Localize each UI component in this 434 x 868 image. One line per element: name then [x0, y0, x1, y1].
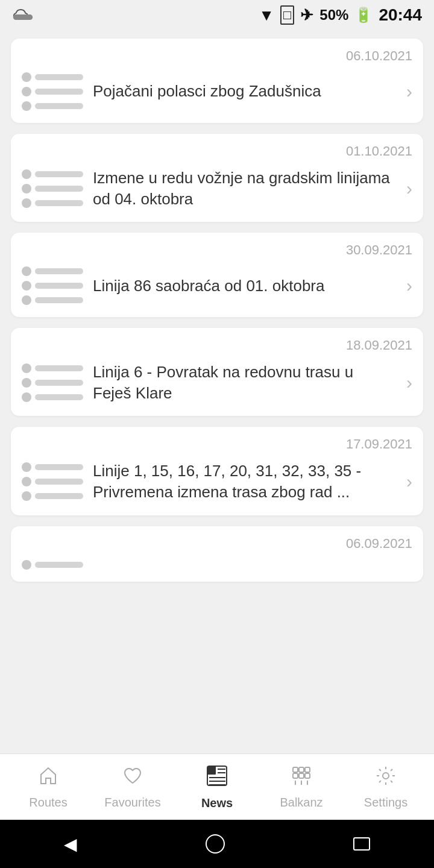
chevron-icon-5: › [401, 471, 412, 492]
settings-label: Settings [364, 796, 407, 810]
card-body-5: Linije 1, 15, 16, 17, 20, 31, 32, 33, 35… [22, 461, 412, 503]
android-nav: ◀ [0, 820, 434, 868]
status-time: 20:44 [379, 5, 422, 25]
card-body-6 [22, 560, 412, 570]
favourites-label: Favourites [104, 796, 160, 810]
news-card-3[interactable]: 30.09.2021 Linija 86 saobraća od 01. okt… [11, 233, 423, 317]
card-icon-6 [22, 560, 83, 570]
news-title-4: Linija 6 - Povratak na redovnu trasu u F… [93, 362, 392, 404]
card-icon-2 [22, 169, 83, 208]
card-icon-3 [22, 266, 83, 305]
card-icon-4 [22, 363, 83, 402]
news-icon [206, 764, 228, 793]
chevron-icon-3: › [401, 275, 412, 296]
news-content: 06.10.2021 Pojačani polasci zbog Zadušni… [0, 30, 434, 753]
cloud-icon [12, 7, 34, 24]
card-body-3: Linija 86 saobraća od 01. oktobra › [22, 266, 412, 305]
news-date-6: 06.09.2021 [22, 536, 412, 552]
news-card-1[interactable]: 06.10.2021 Pojačani polasci zbog Zadušni… [11, 39, 423, 123]
news-card-4[interactable]: 18.09.2021 Linija 6 - Povratak na redovn… [11, 328, 423, 416]
routes-label: Routes [29, 796, 67, 810]
balkanz-icon [291, 765, 312, 792]
news-card-5[interactable]: 17.09.2021 Linije 1, 15, 16, 17, 20, 31,… [11, 427, 423, 515]
balkanz-label: Balkanz [280, 796, 322, 810]
bottom-nav: Routes Favourites News [0, 753, 434, 820]
card-body-4: Linija 6 - Povratak na redovnu trasu u F… [22, 362, 412, 404]
sim-icon: □ [280, 5, 294, 25]
status-right: ▼ □ ✈ 50% 🔋 20:44 [259, 5, 422, 25]
card-icon-5 [22, 462, 83, 501]
card-body-1: Pojačani polasci zbog Zadušnica › [22, 72, 412, 111]
battery-text: 50% [319, 7, 348, 24]
status-left [12, 7, 34, 24]
news-card-2[interactable]: 01.10.2021 Izmene u redu vožnje na grads… [11, 134, 423, 222]
news-date-3: 30.09.2021 [22, 242, 412, 258]
news-date-1: 06.10.2021 [22, 48, 412, 64]
news-date-4: 18.09.2021 [22, 338, 412, 353]
back-button[interactable]: ◀ [64, 834, 77, 854]
news-date-5: 17.09.2021 [22, 436, 412, 452]
svg-rect-0 [13, 14, 33, 20]
svg-point-17 [383, 773, 389, 779]
news-card-6[interactable]: 06.09.2021 [11, 526, 423, 582]
chevron-icon-2: › [401, 178, 412, 199]
svg-rect-8 [293, 767, 298, 772]
chevron-icon-4: › [401, 373, 412, 393]
chevron-icon-1: › [401, 81, 412, 102]
recents-button[interactable] [353, 837, 370, 851]
battery-icon: 🔋 [354, 7, 373, 24]
nav-item-balkanz[interactable]: Balkanz [259, 765, 344, 810]
svg-rect-2 [207, 766, 216, 775]
wifi-icon: ▼ [259, 6, 274, 25]
news-title-1: Pojačani polasci zbog Zadušnica [93, 81, 392, 102]
status-bar: ▼ □ ✈ 50% 🔋 20:44 [0, 0, 434, 30]
home-button[interactable] [206, 834, 225, 854]
svg-rect-11 [293, 773, 298, 778]
news-title-2: Izmene u redu vožnje na gradskim linijam… [93, 168, 392, 210]
svg-rect-13 [305, 773, 310, 778]
svg-rect-10 [305, 767, 310, 772]
card-icon-1 [22, 72, 83, 111]
airplane-icon: ✈ [300, 6, 313, 25]
svg-rect-9 [299, 767, 304, 772]
news-title-3: Linija 86 saobraća od 01. oktobra [93, 275, 392, 297]
card-body-2: Izmene u redu vožnje na gradskim linijam… [22, 168, 412, 210]
nav-item-routes[interactable]: Routes [6, 765, 90, 810]
nav-item-favourites[interactable]: Favourites [90, 765, 175, 810]
news-title-5: Linije 1, 15, 16, 17, 20, 31, 32, 33, 35… [93, 461, 392, 503]
settings-icon [375, 765, 397, 792]
news-date-2: 01.10.2021 [22, 143, 412, 159]
nav-item-news[interactable]: News [175, 764, 259, 810]
favourites-icon [122, 765, 143, 792]
news-label: News [201, 796, 233, 810]
nav-item-settings[interactable]: Settings [344, 765, 428, 810]
routes-icon [37, 765, 59, 792]
svg-rect-12 [299, 773, 304, 778]
